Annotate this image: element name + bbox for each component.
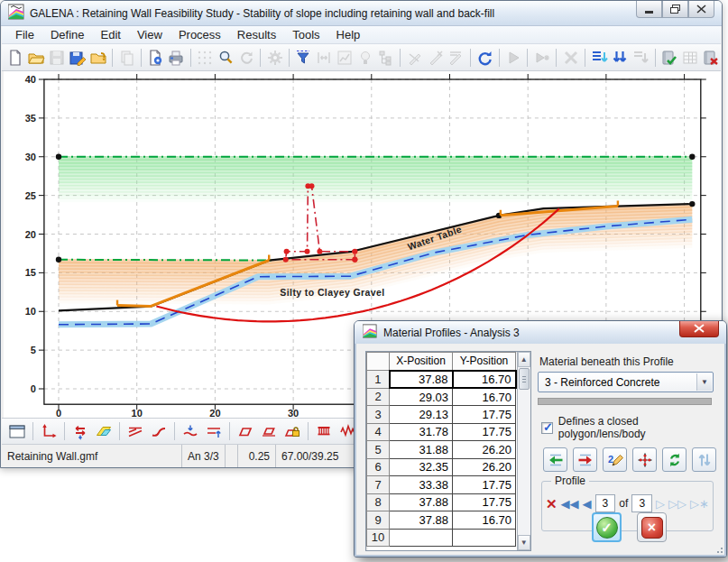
reorder-points-button[interactable] (692, 447, 716, 472)
run-analysis-button[interactable] (503, 47, 524, 69)
revert-file-button[interactable] (88, 47, 108, 69)
chevron-down-icon[interactable]: ▼ (696, 373, 712, 391)
piezo-define-button[interactable] (202, 420, 226, 443)
tree-view-button[interactable] (375, 47, 396, 69)
closed-polygon-checkbox[interactable]: ✓ (541, 422, 553, 434)
cell[interactable]: 16.70 (453, 511, 516, 530)
table-row[interactable]: 937.8816.70 (367, 511, 516, 530)
grid-toggle-button[interactable] (195, 47, 216, 69)
run-new-button[interactable] (531, 47, 552, 69)
cell[interactable]: 16.70 (453, 388, 516, 406)
menu-tools[interactable]: Tools (284, 27, 327, 42)
insert-point-before-button[interactable] (543, 447, 567, 472)
scroll-down-icon[interactable]: ▼ (518, 535, 531, 550)
dialog-title-bar[interactable]: Material Profiles - Analysis 3 (355, 321, 726, 344)
material-define-button[interactable] (92, 420, 115, 443)
profile-index-field[interactable]: 3 (595, 494, 616, 512)
cell[interactable]: 29.03 (390, 388, 453, 406)
new-file-button[interactable] (5, 47, 26, 69)
results-one-button[interactable] (631, 47, 651, 69)
close-button[interactable] (688, 1, 714, 18)
menu-help[interactable]: Help (328, 27, 369, 42)
water-table-define-button[interactable] (179, 420, 202, 443)
stop-process-button[interactable] (560, 47, 581, 69)
table-row[interactable]: 733.3817.75 (367, 476, 516, 494)
table-row[interactable]: 229.0316.70 (367, 388, 516, 406)
cell[interactable]: 26.20 (453, 441, 516, 459)
cancel-button[interactable]: × (637, 512, 667, 542)
restore-button[interactable] (662, 1, 688, 18)
last-profile-button[interactable]: ▷▷ (668, 498, 687, 510)
analysis-lock-button[interactable] (281, 420, 304, 443)
chart-options-button[interactable] (335, 47, 355, 69)
table-row[interactable]: 137.8816.70 (367, 371, 516, 389)
ok-button[interactable]: ✓ (592, 512, 622, 542)
reverse-points-button[interactable] (662, 447, 687, 472)
menu-results[interactable]: Results (229, 27, 284, 42)
cell[interactable]: 31.78 (390, 423, 453, 441)
redraw-button[interactable] (235, 47, 256, 69)
open-file-button[interactable] (26, 47, 47, 69)
cell[interactable]: 31.88 (390, 441, 453, 459)
cell[interactable]: 37.88 (390, 371, 453, 389)
print-button[interactable] (166, 47, 187, 69)
table-row[interactable]: 10 (367, 529, 516, 547)
resize-grip[interactable] (713, 543, 723, 554)
cell[interactable]: 17.75 (453, 423, 516, 441)
edit-points-button[interactable]: 2 (603, 447, 627, 472)
menu-edit[interactable]: Edit (93, 27, 129, 42)
menu-process[interactable]: Process (170, 27, 229, 42)
fit-width-button[interactable] (314, 47, 335, 69)
close-results-button[interactable] (700, 47, 721, 69)
cell[interactable]: 17.75 (453, 493, 516, 511)
cell[interactable]: 29.13 (390, 406, 453, 424)
table-row[interactable]: 531.8826.20 (367, 441, 516, 459)
cell[interactable] (453, 529, 516, 547)
material-select[interactable]: 3 - Reinforced Concrete ▼ (538, 372, 714, 392)
cell[interactable]: 16.70 (453, 371, 516, 389)
first-profile-button[interactable]: ◀◀ (561, 498, 579, 510)
cell[interactable]: 17.75 (453, 406, 516, 424)
scroll-thumb[interactable] (519, 368, 530, 390)
points-grid[interactable]: X-PositionY-Position137.8816.70229.0316.… (366, 352, 517, 547)
menu-file[interactable]: File (7, 27, 42, 42)
options-gear-button[interactable] (264, 47, 285, 69)
results-list-button[interactable] (589, 47, 610, 69)
cell[interactable]: 26.20 (453, 458, 516, 476)
load-shape-1-button[interactable] (234, 420, 257, 443)
next-profile-button[interactable]: ▷ (656, 498, 665, 510)
swap-profiles-button[interactable] (69, 420, 92, 443)
reprocess-button[interactable] (475, 47, 495, 69)
profiles-define-button[interactable] (124, 420, 147, 443)
cell[interactable] (390, 529, 453, 547)
edit-slash-button[interactable] (404, 47, 425, 69)
table-row[interactable]: 329.1317.75 (367, 406, 516, 424)
cell[interactable]: 17.75 (453, 476, 516, 494)
insert-point-after-button[interactable] (573, 447, 597, 472)
hint-bulb-button[interactable] (355, 47, 376, 69)
cell[interactable]: 37.88 (390, 493, 453, 511)
menu-define[interactable]: Define (42, 27, 93, 42)
dialog-close-button[interactable] (679, 321, 719, 337)
scroll-up-icon[interactable]: ▲ (518, 352, 531, 367)
axes-define-button[interactable] (37, 420, 60, 443)
minimize-button[interactable] (636, 1, 662, 18)
table-row[interactable]: 632.3526.20 (367, 458, 516, 476)
curve-define-button[interactable] (147, 420, 170, 443)
copy-page-button[interactable] (116, 47, 137, 69)
table-row[interactable]: 837.8817.75 (367, 493, 516, 511)
prev-profile-button[interactable]: ◀ (583, 498, 592, 510)
results-all-button[interactable] (610, 47, 631, 69)
verify-data-button[interactable] (659, 47, 679, 69)
zoom-button[interactable] (216, 47, 236, 69)
title-bar[interactable]: GALENA : Retaining Wall Feasibility Stud… (1, 1, 722, 26)
table-row[interactable]: 431.7817.75 (367, 423, 516, 441)
data-table-button[interactable] (679, 47, 700, 69)
menu-view[interactable]: View (129, 27, 170, 42)
save-file-button[interactable] (47, 47, 68, 69)
cell[interactable]: 32.35 (390, 458, 453, 476)
profile-count-field[interactable]: 3 (631, 494, 652, 512)
load-shape-2-button[interactable] (257, 420, 281, 443)
cell[interactable]: 37.88 (390, 511, 453, 530)
filter-button[interactable] (293, 47, 314, 69)
